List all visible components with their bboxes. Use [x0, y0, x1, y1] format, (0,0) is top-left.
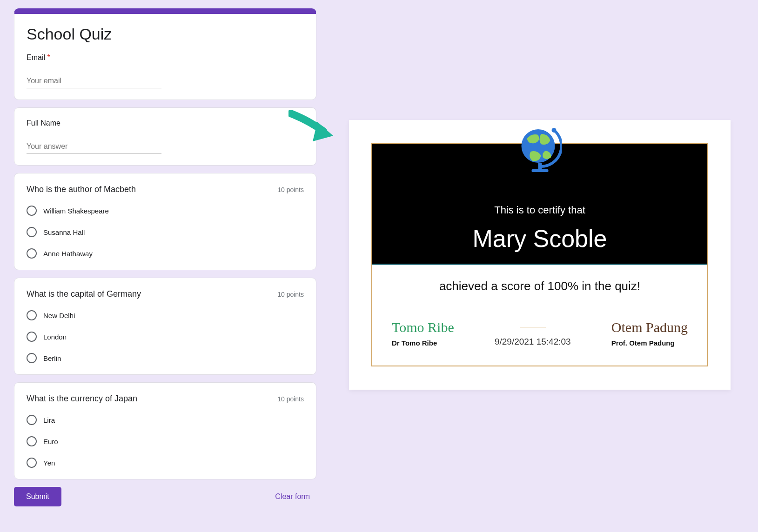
certificate-date: 9/29/2021 15:42:03 — [495, 337, 571, 347]
date-underline — [520, 327, 546, 327]
email-label-text: Email — [27, 53, 45, 61]
signer-2-name: Prof. Otem Padung — [611, 339, 688, 347]
fullname-card: Full Name — [14, 107, 316, 166]
globe-icon — [518, 125, 562, 176]
required-mark: * — [47, 53, 50, 61]
question-card-1: Who is the author of Macbeth 10 points W… — [14, 173, 316, 270]
radio-icon — [27, 248, 37, 259]
option-label: London — [43, 333, 67, 341]
radio-option[interactable]: William Shakespeare — [27, 203, 304, 224]
radio-option[interactable]: Anne Hathaway — [27, 246, 304, 259]
option-label: William Shakespeare — [43, 207, 109, 215]
quiz-form: School Quiz Email * Full Name Who is the… — [14, 8, 316, 506]
signer-1-name: Dr Tomo Ribe — [392, 339, 454, 347]
question-card-3: What is the currency of Japan 10 points … — [14, 382, 316, 479]
date-column: 9/29/2021 15:42:03 — [495, 327, 571, 347]
question-points: 10 points — [277, 291, 304, 298]
option-label: Berlin — [43, 354, 61, 362]
radio-icon — [27, 332, 37, 342]
clear-form-link[interactable]: Clear form — [275, 492, 316, 501]
radio-option[interactable]: Lira — [27, 412, 304, 433]
question-title: Who is the author of Macbeth — [27, 185, 136, 194]
option-label: Susanna Hall — [43, 228, 85, 236]
option-label: Euro — [43, 438, 58, 446]
radio-option[interactable]: Susanna Hall — [27, 224, 304, 246]
question-title: What is the currency of Japan — [27, 394, 137, 404]
form-header-card: School Quiz Email * — [14, 8, 316, 100]
question-points: 10 points — [277, 186, 304, 193]
question-title: What is the capital of Germany — [27, 289, 141, 299]
radio-option[interactable]: New Delhi — [27, 307, 304, 329]
fullname-label: Full Name — [27, 119, 304, 127]
certificate-preview: This is to certify that Mary Scoble achi… — [349, 120, 731, 390]
question-card-2: What is the capital of Germany 10 points… — [14, 278, 316, 375]
achievement-text: achieved a score of 100% in the quiz! — [392, 279, 688, 293]
email-label: Email * — [27, 53, 304, 62]
email-input[interactable] — [27, 65, 161, 88]
arrow-icon — [288, 108, 340, 150]
radio-icon — [27, 436, 37, 446]
option-label: Lira — [43, 416, 55, 424]
submit-button[interactable]: Submit — [14, 487, 61, 506]
option-label: Anne Hathaway — [43, 250, 93, 258]
question-points: 10 points — [277, 395, 304, 403]
certificate-header: This is to certify that Mary Scoble — [372, 144, 707, 265]
certificate-body: achieved a score of 100% in the quiz! To… — [372, 265, 707, 366]
radio-icon — [27, 458, 37, 468]
radio-icon — [27, 310, 37, 320]
radio-option[interactable]: Yen — [27, 455, 304, 468]
option-label: New Delhi — [43, 312, 75, 319]
radio-icon — [27, 415, 37, 425]
option-label: Yen — [43, 459, 55, 467]
radio-icon — [27, 227, 37, 237]
radio-option[interactable]: Euro — [27, 433, 304, 455]
radio-option[interactable]: London — [27, 329, 304, 350]
fullname-input[interactable] — [27, 130, 161, 154]
signer-2-signature: Otem Padung — [611, 319, 688, 335]
certificate-subheading: This is to certify that — [494, 204, 585, 216]
form-footer: Submit Clear form — [14, 487, 316, 506]
radio-option[interactable]: Berlin — [27, 350, 304, 363]
svg-point-2 — [552, 128, 557, 133]
recipient-name: Mary Scoble — [473, 225, 607, 253]
signature-row: Tomo Ribe Dr Tomo Ribe 9/29/2021 15:42:0… — [392, 319, 688, 347]
radio-icon — [27, 206, 37, 216]
form-title: School Quiz — [27, 25, 304, 43]
radio-icon — [27, 353, 37, 363]
signer-2: Otem Padung Prof. Otem Padung — [611, 319, 688, 347]
certificate: This is to certify that Mary Scoble achi… — [371, 143, 708, 366]
signer-1: Tomo Ribe Dr Tomo Ribe — [392, 319, 454, 347]
signer-1-signature: Tomo Ribe — [392, 319, 454, 335]
